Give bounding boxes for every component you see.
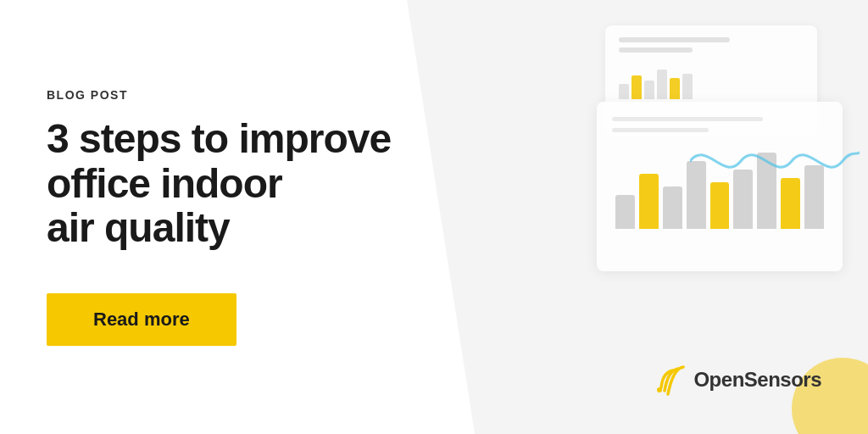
bar xyxy=(639,174,659,229)
blog-post-card: BLOG POST 3 steps to improve office indo… xyxy=(0,0,868,434)
opensensors-logo-text: OpenSensors xyxy=(693,368,821,392)
bar xyxy=(657,70,667,99)
opensensors-logo: OpenSensors xyxy=(654,364,821,396)
left-content-area: BLOG POST 3 steps to improve office indo… xyxy=(0,37,466,397)
blog-post-badge: BLOG POST xyxy=(47,88,420,102)
bar xyxy=(619,84,629,99)
mini-chart-top xyxy=(619,61,804,99)
card-line-2 xyxy=(619,47,693,53)
headline-line-1: 3 steps to improve office indoor xyxy=(47,116,391,206)
bar xyxy=(632,75,642,99)
bar xyxy=(663,186,682,229)
svg-point-6 xyxy=(657,387,662,392)
signal-icon xyxy=(654,364,687,396)
bar xyxy=(682,74,693,99)
bar xyxy=(644,81,654,99)
article-headline: 3 steps to improve office indoor air qua… xyxy=(47,117,420,251)
card-line-1 xyxy=(619,37,730,42)
blue-line-decoration xyxy=(690,127,860,198)
bar xyxy=(670,78,680,99)
bar xyxy=(615,195,635,229)
card2-line-1 xyxy=(612,117,763,121)
headline-line-2: air quality xyxy=(47,205,230,250)
read-more-button[interactable]: Read more xyxy=(47,293,236,346)
